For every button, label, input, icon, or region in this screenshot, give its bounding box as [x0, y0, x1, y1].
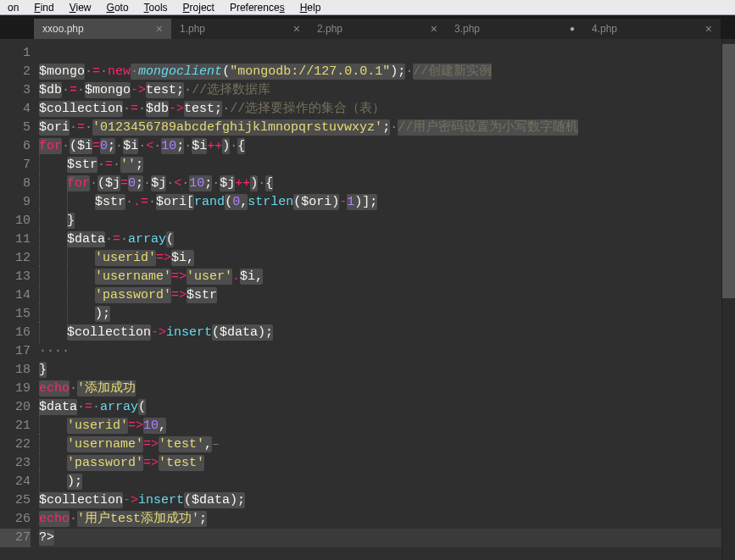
tab-1[interactable]: 1.php ×: [171, 19, 309, 39]
tab-strip: xxoo.php × 1.php × 2.php × 3.php ● 4.php…: [0, 15, 735, 39]
editor-area: 1234567891011121314151617181920212223242…: [0, 39, 735, 560]
menu-bar: on Find View Goto Tools Project Preferen…: [0, 0, 735, 15]
line-gutter: 1234567891011121314151617181920212223242…: [0, 39, 39, 560]
tab-label: xxoo.php: [42, 23, 156, 35]
menu-view[interactable]: View: [62, 0, 99, 14]
tab-label: 1.php: [180, 23, 293, 35]
code-content[interactable]: $mongo·=·new·mongoclient("mongodb://127.…: [39, 39, 721, 560]
scrollbar-vertical[interactable]: [721, 39, 735, 560]
menu-tools[interactable]: Tools: [136, 0, 175, 14]
tab-3[interactable]: 3.php ●: [446, 19, 583, 39]
close-icon[interactable]: ×: [293, 23, 300, 35]
menu-preferences[interactable]: Preferences: [222, 0, 292, 14]
tab-2[interactable]: 2.php ×: [309, 19, 446, 39]
tab-label: 4.php: [592, 23, 705, 35]
scrollbar-thumb[interactable]: [722, 44, 735, 298]
tab-label: 2.php: [317, 23, 431, 35]
tab-4[interactable]: 4.php ×: [583, 19, 721, 39]
close-icon[interactable]: ×: [156, 23, 163, 35]
menu-project[interactable]: Project: [175, 0, 222, 14]
close-icon[interactable]: ×: [431, 23, 437, 35]
tab-xxoo[interactable]: xxoo.php ×: [34, 19, 171, 39]
menu-item[interactable]: on: [0, 0, 26, 14]
close-icon[interactable]: ×: [705, 23, 712, 35]
menu-goto[interactable]: Goto: [99, 0, 136, 14]
dirty-dot-icon: ●: [570, 25, 575, 33]
tab-label: 3.php: [454, 23, 570, 35]
menu-help[interactable]: Help: [292, 0, 329, 14]
menu-find[interactable]: Find: [26, 0, 61, 14]
